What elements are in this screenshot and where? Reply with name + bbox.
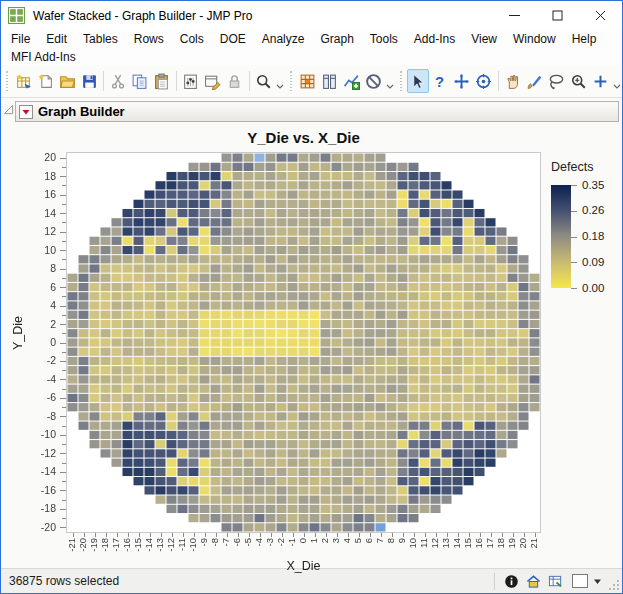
save-icon[interactable]: [78, 69, 100, 93]
new-script-icon[interactable]: [34, 69, 56, 93]
menu-bar: FileEditTablesRowsColsDOEAnalyzeGraphToo…: [1, 30, 622, 48]
x-axis-label: X_Die: [66, 559, 541, 573]
y-axis-tick: [60, 176, 66, 177]
y-axis-tick: [60, 269, 66, 270]
home-window-icon[interactable]: [522, 571, 544, 591]
copy-icon[interactable]: [129, 69, 151, 93]
y-axis-tick-label: 6: [26, 281, 56, 293]
y-axis-tick-label: 10: [26, 244, 56, 256]
row-state-color-box[interactable]: [572, 574, 588, 588]
row-state-dropdown-icon[interactable]: [590, 571, 604, 591]
x-axis-tick: [315, 533, 316, 537]
lock-icon[interactable]: [224, 69, 246, 93]
legend-tick-label: 0.09: [582, 256, 618, 268]
minimize-button[interactable]: [493, 1, 536, 30]
wafer-heatmap-canvas[interactable]: [67, 153, 540, 532]
y-axis-tick: [60, 398, 66, 399]
y-axis-tick: [62, 259, 66, 260]
y-axis-tick: [62, 296, 66, 297]
report-area: Graph Builder Y_Die vs. X_Die 2018161412…: [1, 98, 622, 568]
y-axis-tick: [62, 204, 66, 205]
menu-item-window[interactable]: Window: [505, 31, 564, 47]
y-axis-tick: [62, 278, 66, 279]
toolbar-overflow-icon[interactable]: [385, 69, 396, 93]
zoom-icon[interactable]: [567, 69, 589, 93]
maximize-button[interactable]: [536, 1, 579, 30]
disable-icon[interactable]: [363, 69, 385, 93]
lasso-icon[interactable]: [545, 69, 567, 93]
target-icon[interactable]: [473, 69, 495, 93]
brush-icon[interactable]: [523, 69, 545, 93]
red-triangle-menu-button[interactable]: [19, 105, 33, 119]
paste-icon[interactable]: [151, 69, 173, 93]
heatmap-plot[interactable]: [66, 152, 541, 533]
y-axis-tick-label: -16: [26, 484, 56, 496]
menu-item-tables[interactable]: Tables: [75, 31, 126, 47]
y-axis-tick-label: -18: [26, 502, 56, 514]
y-axis-tick-label: 0: [26, 336, 56, 348]
toolbar-overflow-icon[interactable]: [611, 69, 622, 93]
x-axis-tick: [414, 533, 415, 537]
layout-icon[interactable]: [202, 69, 224, 93]
cut-icon[interactable]: [107, 69, 129, 93]
resize-grip[interactable]: [608, 579, 620, 591]
y-axis-tick: [62, 463, 66, 464]
y-axis-tick-label: 8: [26, 262, 56, 274]
info-icon[interactable]: [500, 571, 522, 591]
arrow-icon[interactable]: [407, 69, 429, 93]
legend-gradient-bar[interactable]: [551, 185, 571, 288]
x-axis-tick: [513, 533, 514, 537]
outline-disclosure-icon[interactable]: [3, 104, 14, 115]
y-axis-tick: [62, 352, 66, 353]
menu-item-help[interactable]: Help: [564, 31, 605, 47]
columns-icon[interactable]: [319, 69, 341, 93]
hand-icon[interactable]: [502, 69, 524, 93]
menu-item-view[interactable]: View: [463, 31, 505, 47]
x-axis-tick: [249, 533, 250, 537]
toolbar-separator: [249, 71, 250, 91]
menu-item-tools[interactable]: Tools: [362, 31, 406, 47]
move-icon[interactable]: [451, 69, 473, 93]
search-icon[interactable]: [253, 69, 275, 93]
x-axis-tick: [282, 533, 283, 537]
graph-add-icon[interactable]: [341, 69, 363, 93]
menu-item-edit[interactable]: Edit: [38, 31, 75, 47]
x-axis-tick: [161, 533, 162, 537]
plus-icon[interactable]: [589, 69, 611, 93]
menu-item-rows[interactable]: Rows: [126, 31, 172, 47]
x-axis-tick: [150, 533, 151, 537]
toolbar-separator: [498, 71, 499, 91]
y-axis-tick: [62, 333, 66, 334]
menu-item-mfi-add-ins[interactable]: MFI Add-Ins: [3, 49, 84, 65]
y-axis-tick-label: -6: [26, 391, 56, 403]
menu-item-analyze[interactable]: Analyze: [254, 31, 313, 47]
y-axis-tick-label: -2: [26, 354, 56, 366]
menu-item-file[interactable]: File: [3, 31, 38, 47]
y-axis-label: Y_Die: [11, 320, 25, 350]
menu-item-graph[interactable]: Graph: [312, 31, 361, 47]
new-data-table-icon[interactable]: [12, 69, 34, 93]
menu-item-doe[interactable]: DOE: [212, 31, 254, 47]
x-axis-tick: [128, 533, 129, 537]
data-table-icon[interactable]: [297, 69, 319, 93]
help-icon[interactable]: ?: [429, 69, 451, 93]
toolbar-overflow-icon[interactable]: [275, 69, 286, 93]
x-axis-tick: [436, 533, 437, 537]
x-axis-tick: [392, 533, 393, 537]
data-table-window-icon[interactable]: [544, 571, 566, 591]
y-axis-tick: [60, 250, 66, 251]
y-axis-tick: [62, 426, 66, 427]
preferences-icon[interactable]: [180, 69, 202, 93]
y-axis-tick-label: -14: [26, 465, 56, 477]
y-axis-tick: [62, 370, 66, 371]
menu-item-cols[interactable]: Cols: [172, 31, 212, 47]
y-axis-tick-label: -10: [26, 428, 56, 440]
y-axis-tick: [62, 389, 66, 390]
menu-item-add-ins[interactable]: Add-Ins: [406, 31, 463, 47]
y-axis-tick: [60, 453, 66, 454]
open-icon[interactable]: [56, 69, 78, 93]
y-axis-tick-label: 2: [26, 318, 56, 330]
graph-builder-header: Graph Builder: [15, 101, 619, 122]
y-axis-tick: [60, 232, 66, 233]
close-button[interactable]: [579, 1, 622, 30]
